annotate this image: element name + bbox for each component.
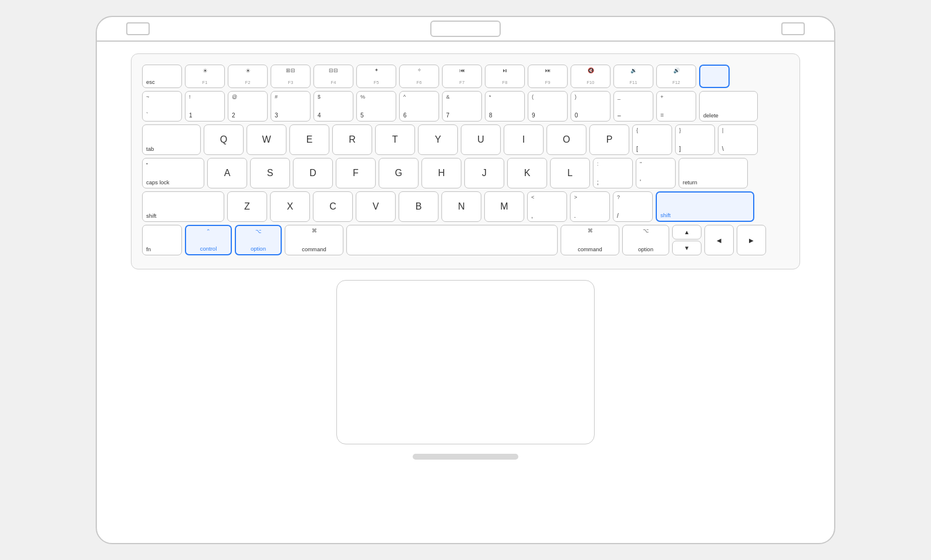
key-equals[interactable]: + = xyxy=(656,91,696,122)
key-j[interactable]: J xyxy=(464,158,504,188)
key-2[interactable]: @ 2 xyxy=(228,91,268,122)
key-7[interactable]: & 7 xyxy=(442,91,482,122)
key-z[interactable]: Z xyxy=(227,191,267,222)
key-lbracket-top: { xyxy=(636,127,638,133)
key-control[interactable]: ⌃ control xyxy=(185,225,232,255)
key-f6[interactable]: ✧ F6 xyxy=(399,65,439,88)
key-k[interactable]: K xyxy=(507,158,547,188)
key-n[interactable]: N xyxy=(441,191,481,222)
key-rbracket[interactable]: } ] xyxy=(675,124,715,155)
key-f4-label: F4 xyxy=(331,80,336,85)
key-capslock-dot: • xyxy=(146,161,148,166)
key-f4[interactable]: ⊟⊟ F4 xyxy=(313,65,353,88)
key-s[interactable]: S xyxy=(250,158,290,188)
key-x[interactable]: X xyxy=(270,191,310,222)
key-shift-right-label: shift xyxy=(660,212,670,218)
key-w-label: W xyxy=(262,134,271,145)
key-semicolon-top: : xyxy=(597,161,599,167)
key-b-label: B xyxy=(416,201,422,212)
key-l[interactable]: L xyxy=(550,158,590,188)
key-v[interactable]: V xyxy=(356,191,396,222)
key-2-top: @ xyxy=(232,94,237,100)
key-lbracket[interactable]: { [ xyxy=(632,124,672,155)
key-f2-label: F2 xyxy=(245,80,251,85)
key-t[interactable]: T xyxy=(375,124,415,155)
key-quote-top: " xyxy=(640,161,642,167)
key-f9[interactable]: ⏭ F9 xyxy=(528,65,568,88)
key-backslash[interactable]: | \ xyxy=(718,124,758,155)
key-p[interactable]: P xyxy=(589,124,629,155)
key-f3[interactable]: ⊞⊟ F3 xyxy=(271,65,311,88)
trackpad[interactable] xyxy=(336,280,595,444)
key-tilde[interactable]: ~ ` xyxy=(142,91,182,122)
key-3-top: # xyxy=(275,94,278,100)
key-u[interactable]: U xyxy=(461,124,501,155)
key-8[interactable]: * 8 xyxy=(485,91,525,122)
key-period[interactable]: > . xyxy=(570,191,610,222)
key-command-right[interactable]: ⌘ command xyxy=(561,225,619,255)
key-f1[interactable]: ☀ F1 xyxy=(185,65,225,88)
key-d[interactable]: D xyxy=(293,158,333,188)
key-option-left[interactable]: ⌥ option xyxy=(235,225,282,255)
key-m[interactable]: M xyxy=(484,191,524,222)
key-e[interactable]: E xyxy=(289,124,329,155)
key-comma-top: < xyxy=(531,194,534,200)
key-comma[interactable]: < , xyxy=(527,191,567,222)
key-shift-right[interactable]: shift xyxy=(656,191,754,222)
key-esc[interactable]: esc xyxy=(142,65,182,88)
key-f[interactable]: F xyxy=(336,158,376,188)
key-9-top: ( xyxy=(532,94,534,100)
key-option-right-label: option xyxy=(623,246,669,252)
key-0[interactable]: ) 0 xyxy=(571,91,610,122)
key-arrow-down[interactable]: ▼ xyxy=(672,241,701,255)
key-8-bottom: 8 xyxy=(489,112,493,119)
key-w[interactable]: W xyxy=(247,124,286,155)
key-4[interactable]: $ 4 xyxy=(313,91,353,122)
key-tab[interactable]: tab xyxy=(142,124,201,155)
key-f7[interactable]: ⏮ F7 xyxy=(442,65,482,88)
key-option-right[interactable]: ⌥ option xyxy=(622,225,669,255)
key-f5-icon: ✦ xyxy=(375,68,379,73)
key-g[interactable]: G xyxy=(379,158,419,188)
key-delete[interactable]: delete xyxy=(699,91,758,122)
key-arrow-right[interactable]: ▶ xyxy=(737,225,766,255)
key-shift-left[interactable]: shift xyxy=(142,191,224,222)
key-arrow-left-icon: ◀ xyxy=(717,237,721,244)
key-a[interactable]: A xyxy=(207,158,247,188)
key-q[interactable]: Q xyxy=(204,124,244,155)
key-fn[interactable]: fn xyxy=(142,225,182,255)
key-3[interactable]: # 3 xyxy=(271,91,311,122)
key-f10[interactable]: 🔇 F10 xyxy=(571,65,610,88)
key-f11[interactable]: 🔉 F11 xyxy=(613,65,653,88)
key-arrow-up[interactable]: ▲ xyxy=(672,225,701,239)
key-spacebar[interactable] xyxy=(346,225,558,255)
key-h[interactable]: H xyxy=(421,158,461,188)
key-minus[interactable]: _ – xyxy=(613,91,653,122)
key-2-bottom: 2 xyxy=(232,112,235,119)
key-6[interactable]: ^ 6 xyxy=(399,91,439,122)
key-return[interactable]: return xyxy=(679,158,748,188)
key-capslock[interactable]: • caps lock xyxy=(142,158,204,188)
key-9[interactable]: ( 9 xyxy=(528,91,568,122)
key-5[interactable]: % 5 xyxy=(356,91,396,122)
key-power[interactable] xyxy=(699,65,730,88)
key-command-left[interactable]: ⌘ command xyxy=(285,225,343,255)
key-8-top: * xyxy=(489,94,491,100)
key-semicolon[interactable]: : ; xyxy=(593,158,633,188)
key-c[interactable]: C xyxy=(313,191,353,222)
key-b[interactable]: B xyxy=(399,191,438,222)
key-f5[interactable]: ✦ F5 xyxy=(356,65,396,88)
key-o[interactable]: O xyxy=(547,124,586,155)
key-f2[interactable]: ☀ F2 xyxy=(228,65,268,88)
key-y[interactable]: Y xyxy=(418,124,458,155)
key-f12[interactable]: 🔊 F12 xyxy=(656,65,696,88)
key-tilde-bottom: ` xyxy=(146,112,148,119)
key-f10-icon: 🔇 xyxy=(588,68,594,73)
key-f8[interactable]: ⏯ F8 xyxy=(485,65,525,88)
key-arrow-left[interactable]: ◀ xyxy=(704,225,734,255)
key-i[interactable]: I xyxy=(504,124,544,155)
key-slash[interactable]: ? / xyxy=(613,191,653,222)
key-quote[interactable]: " ' xyxy=(636,158,676,188)
key-1[interactable]: ! 1 xyxy=(185,91,225,122)
key-r[interactable]: R xyxy=(332,124,372,155)
